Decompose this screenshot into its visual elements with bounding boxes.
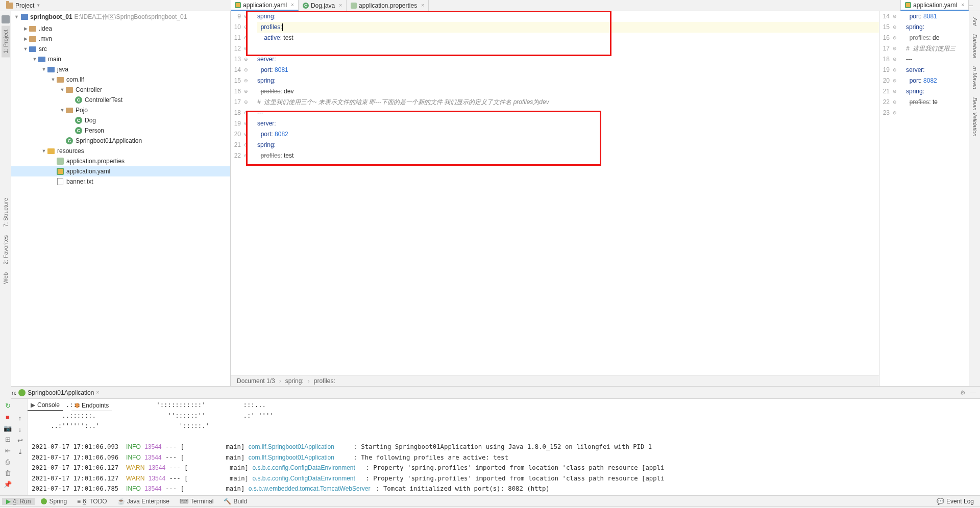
rerun-icon[interactable]: ↻	[3, 401, 12, 410]
project-dropdown[interactable]: Project ▼	[2, 2, 44, 9]
chevron-down-icon: ▼	[41, 148, 47, 154]
spring-icon	[18, 389, 26, 396]
tab-application-yaml[interactable]: application.yaml×	[231, 0, 299, 11]
text-icon	[57, 178, 63, 185]
editor-breadcrumb: Document 1/3 › spring: › profiles:	[231, 375, 879, 386]
trash-icon[interactable]: 🗑	[3, 468, 12, 477]
tree-item-main[interactable]: ▼main	[11, 54, 230, 64]
folder-icon	[29, 26, 36, 32]
code-body-right[interactable]: 14⊖15⊖16⊖17⊖18⊖19⊖20⊖21⊖22⊖23⊖ port: 808…	[879, 11, 969, 386]
bc-spring[interactable]: spring:	[285, 377, 304, 385]
close-icon[interactable]: ×	[339, 3, 342, 8]
tab-dog-java[interactable]: CDog.java×	[299, 0, 347, 11]
vtab-structure[interactable]: 7: Structure	[2, 194, 10, 231]
wrap-icon[interactable]: ↩	[15, 436, 24, 445]
chevron-down-icon[interactable]: ▼	[14, 14, 19, 19]
run-body: ↻ ■ 📷 ⊞ ⇤ ⎙ 🗑 📌 ▶Console ⬢Endpoints ↑ ↓ …	[0, 399, 980, 495]
balloon-icon: 💬	[937, 498, 944, 505]
project-breadcrumb: ▼ springboot_01 E:\IDEA工作区\SpringBoot\sp…	[11, 11, 230, 22]
close-icon[interactable]: ×	[961, 2, 964, 8]
close-icon[interactable]: ×	[96, 390, 99, 395]
tab-application-properties[interactable]: application.properties×	[347, 0, 429, 11]
btab-terminal[interactable]: ⌨Terminal	[176, 498, 217, 505]
tree-item-src[interactable]: ▼src	[11, 44, 230, 54]
vtab-bean-validation[interactable]: Bean Validation	[971, 93, 979, 141]
bc-profiles[interactable]: profiles:	[314, 377, 335, 385]
hammer-icon: 🔨	[224, 498, 231, 505]
tree-item-app-props[interactable]: application.properties	[11, 156, 230, 166]
project-tree: ▶.idea ▶.mvn ▼src ▼main ▼java ▼com.llf ▼…	[11, 22, 230, 188]
gear-icon[interactable]: ⚙	[960, 389, 966, 396]
layout-icon[interactable]: ⊞	[3, 435, 12, 444]
btab-java-ee[interactable]: ☕Java Enterprise	[113, 498, 174, 505]
tab-application-yaml-right[interactable]: application.yaml×	[900, 0, 969, 11]
play-icon: ▶	[6, 498, 11, 505]
chevron-down-icon: ▼	[32, 57, 38, 62]
project-name: springboot_01	[30, 13, 72, 20]
code-lines-left[interactable]: spring: profiles: active: test server: p…	[251, 11, 879, 375]
main-area: 1: Project ▼ springboot_01 E:\IDEA工作区\Sp…	[0, 11, 980, 386]
camera-icon[interactable]: 📷	[3, 423, 12, 433]
tree-item-app-class[interactable]: CSpringboot01Application	[11, 136, 230, 146]
up-icon[interactable]: ↑	[15, 413, 24, 422]
editor-left: 9⊖10⊖11⊖12⊖13⊖14⊖15⊖16⊖17⊖18⊖19⊖20⊖21⊖22…	[231, 11, 879, 386]
vtab-maven[interactable]: m Maven	[971, 62, 979, 93]
package-icon	[66, 108, 73, 113]
tree-item-app-yaml[interactable]: application.yaml	[11, 166, 230, 176]
vtab-database[interactable]: Database	[971, 30, 979, 62]
app-icon[interactable]	[2, 15, 10, 23]
print-icon[interactable]: ⎙	[3, 457, 12, 466]
properties-icon	[57, 158, 64, 165]
folder-icon	[29, 36, 36, 42]
tree-item-controller-pkg[interactable]: ▼Controller	[11, 85, 230, 95]
tree-item-person[interactable]: CPerson	[11, 125, 230, 136]
exit-icon[interactable]: ⇤	[3, 446, 12, 455]
down-icon[interactable]: ↓	[15, 424, 24, 434]
vtab-ant[interactable]: Ant	[971, 13, 979, 30]
btab-spring[interactable]: Spring	[37, 498, 71, 505]
chevron-down-icon: ▼	[36, 3, 40, 8]
vtab-favorites[interactable]: 2: Favorites	[2, 231, 10, 268]
btab-todo[interactable]: ≡6: TODO	[73, 498, 111, 505]
tree-item-resources[interactable]: ▼resources	[11, 146, 230, 156]
tree-item-pkg[interactable]: ▼com.llf	[11, 74, 230, 85]
pin-icon[interactable]: 📌	[3, 479, 12, 489]
tree-item-java[interactable]: ▼java	[11, 64, 230, 74]
chevron-down-icon: ▼	[41, 67, 47, 72]
close-icon[interactable]: ×	[421, 3, 424, 8]
chevron-down-icon: ▼	[59, 87, 65, 92]
run-header: Run: Springboot01Application × ⚙ —	[0, 387, 980, 399]
chevron-right-icon: ›	[279, 377, 281, 385]
run-gutter: ↻ ■ 📷 ⊞ ⇤ ⎙ 🗑 📌 ▶Console ⬢Endpoints ↑ ↓ …	[0, 399, 28, 495]
btab-run[interactable]: ▶4: Run	[2, 498, 35, 505]
yaml-icon	[57, 168, 64, 175]
vtab-project[interactable]: 1: Project	[2, 26, 10, 57]
tree-item-mvn[interactable]: ▶.mvn	[11, 34, 230, 44]
package-icon	[66, 87, 73, 93]
code-body-left[interactable]: 9⊖10⊖11⊖12⊖13⊖14⊖15⊖16⊖17⊖18⊖19⊖20⊖21⊖22…	[231, 11, 879, 375]
package-icon	[57, 77, 64, 83]
minimize-icon[interactable]: —	[970, 389, 976, 396]
close-icon[interactable]: ×	[291, 2, 294, 8]
stop-icon[interactable]: ■	[3, 412, 12, 421]
btab-build[interactable]: 🔨Build	[219, 498, 251, 505]
code-lines-right[interactable]: port: 8081spring: profiles: de# 这里我们使用三-…	[900, 11, 969, 386]
tree-item-pojo-pkg[interactable]: ▼Pojo	[11, 105, 230, 115]
scroll-icon[interactable]: ⤓	[15, 447, 24, 456]
event-log[interactable]: 💬Event Log	[937, 498, 978, 505]
tree-item-banner[interactable]: banner.txt	[11, 176, 230, 187]
tree-item-idea[interactable]: ▶.idea	[11, 23, 230, 34]
editor-area: 9⊖10⊖11⊖12⊖13⊖14⊖15⊖16⊖17⊖18⊖19⊖20⊖21⊖22…	[231, 11, 969, 386]
console-output[interactable]: .::::. ':::::::::::' :::... ..::::::. ''…	[28, 399, 980, 495]
right-rail: Ant Database m Maven Bean Validation	[969, 11, 980, 386]
tree-item-dog[interactable]: CDog	[11, 115, 230, 125]
vtab-web[interactable]: Web	[2, 268, 10, 288]
folder-icon	[47, 67, 55, 72]
todo-icon: ≡	[77, 498, 81, 505]
tree-item-controllertest[interactable]: CControllerTest	[11, 95, 230, 105]
yaml-icon	[235, 2, 241, 8]
chevron-down-icon: ▼	[59, 108, 65, 113]
folder-icon	[6, 3, 13, 9]
chevron-right-icon: ›	[308, 377, 310, 385]
chevron-down-icon: ▼	[22, 46, 29, 52]
